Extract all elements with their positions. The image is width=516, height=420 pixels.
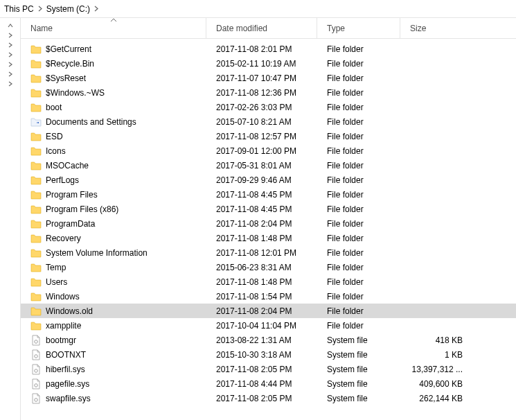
file-list: Name Date modified Type Size $GetCurrent… (21, 18, 516, 420)
tree-collapse-gutter[interactable] (0, 18, 21, 420)
file-date: 2017-11-08 2:05 PM (206, 365, 317, 374)
file-date: 2017-11-08 2:05 PM (206, 394, 317, 403)
table-row[interactable]: Windows.old2017-11-08 2:04 PMFile folder (21, 304, 516, 318)
chevron-right-icon[interactable] (8, 61, 13, 67)
file-name: hiberfil.sys (46, 365, 85, 374)
file-type: File folder (317, 219, 400, 229)
file-name: Windows (46, 292, 80, 301)
file-date: 2013-08-22 1:31 AM (206, 335, 317, 345)
breadcrumb-item[interactable]: This PC (4, 4, 34, 14)
file-date: 2017-11-08 2:01 PM (206, 44, 317, 54)
file-type: File folder (317, 146, 400, 156)
file-date: 2017-11-08 12:01 PM (206, 248, 317, 258)
file-type: File folder (317, 175, 400, 185)
chevron-right-icon[interactable] (8, 51, 13, 57)
file-type: System file (317, 335, 400, 345)
table-row[interactable]: MSOCache2017-05-31 8:01 AMFile folder (21, 158, 516, 173)
table-row[interactable]: $SysReset2017-11-07 10:47 PMFile folder (21, 71, 516, 85)
folder-icon (30, 87, 42, 98)
table-row[interactable]: Program Files (x86)2017-11-08 4:45 PMFil… (21, 202, 516, 216)
file-type: File folder (317, 44, 400, 54)
file-date: 2017-11-08 2:04 PM (206, 219, 317, 229)
table-row[interactable]: Recovery2017-11-08 1:48 PMFile folder (21, 231, 516, 245)
folder-icon (30, 146, 42, 157)
table-row[interactable]: $Recycle.Bin2015-02-11 10:19 AMFile fold… (21, 56, 516, 71)
table-row[interactable]: $Windows.~WS2017-11-08 12:36 PMFile fold… (21, 85, 516, 100)
table-row[interactable]: BOOTNXT2015-10-30 3:18 AMSystem file1 KB (21, 347, 516, 362)
file-date: 2017-10-04 11:04 PM (206, 321, 317, 331)
file-size: 409,600 KB (400, 379, 470, 389)
file-date: 2017-11-08 4:45 PM (206, 204, 317, 214)
column-label: Date modified (216, 24, 267, 33)
file-date: 2015-07-10 8:21 AM (206, 117, 317, 127)
column-header-type[interactable]: Type (317, 18, 400, 38)
file-name: xampplite (46, 321, 81, 331)
table-row[interactable]: swapfile.sys2017-11-08 2:05 PMSystem fil… (21, 391, 516, 405)
column-header-date[interactable]: Date modified (206, 18, 317, 38)
file-name: pagefile.sys (46, 379, 89, 389)
folder-icon (30, 262, 42, 273)
table-row[interactable]: Program Files2017-11-08 4:45 PMFile fold… (21, 187, 516, 202)
table-row[interactable]: bootmgr2013-08-22 1:31 AMSystem file418 … (21, 333, 516, 347)
table-row[interactable]: Temp2015-06-23 8:31 AMFile folder (21, 260, 516, 274)
chevron-right-icon[interactable] (8, 32, 13, 37)
file-type: File folder (317, 292, 400, 301)
file-date: 2015-02-11 10:19 AM (206, 59, 317, 69)
file-type: File folder (317, 263, 400, 272)
chevron-right-icon[interactable] (8, 71, 13, 76)
file-name: ProgramData (46, 219, 95, 229)
breadcrumb-item[interactable]: System (C:) (46, 4, 90, 14)
table-row[interactable]: ESD2017-11-08 12:57 PMFile folder (21, 129, 516, 143)
column-header-name[interactable]: Name (21, 18, 206, 38)
table-row[interactable]: pagefile.sys2017-11-08 4:44 PMSystem fil… (21, 376, 516, 391)
file-size: 262,144 KB (400, 394, 470, 403)
table-row[interactable]: xampplite2017-10-04 11:04 PMFile folder (21, 318, 516, 333)
folder-icon (30, 247, 42, 259)
file-name: Recovery (46, 234, 81, 243)
table-row[interactable]: PerfLogs2017-09-29 9:46 AMFile folder (21, 173, 516, 187)
file-type: File folder (317, 161, 400, 170)
table-row[interactable]: Icons2017-09-01 12:00 PMFile folder (21, 143, 516, 158)
folder-icon (30, 73, 42, 84)
table-row[interactable]: ProgramData2017-11-08 2:04 PMFile folder (21, 216, 516, 231)
folder-icon (30, 131, 42, 142)
chevron-right-icon[interactable] (8, 42, 13, 47)
file-type: File folder (317, 204, 400, 214)
breadcrumb[interactable]: This PC System (C:) (0, 0, 516, 18)
folder-icon (30, 102, 42, 113)
folder-icon (30, 160, 42, 171)
column-headers: Name Date modified Type Size (21, 18, 516, 39)
folder-icon (30, 189, 42, 200)
file-name: MSOCache (46, 161, 89, 170)
table-row[interactable]: Users2017-11-08 1:48 PMFile folder (21, 274, 516, 289)
file-name: ESD (46, 132, 63, 141)
file-type: File folder (317, 234, 400, 243)
table-row[interactable]: Documents and Settings2015-07-10 8:21 AM… (21, 114, 516, 129)
file-name: $SysReset (46, 73, 86, 83)
file-date: 2015-06-23 8:31 AM (206, 263, 317, 272)
file-name: boot (46, 103, 62, 112)
chevron-up-icon[interactable] (8, 22, 13, 28)
folder-icon (30, 204, 42, 215)
column-label: Type (327, 24, 345, 33)
column-header-size[interactable]: Size (400, 18, 470, 38)
system-file-icon (30, 364, 42, 375)
table-row[interactable]: Windows2017-11-08 1:54 PMFile folder (21, 289, 516, 304)
table-row[interactable]: $GetCurrent2017-11-08 2:01 PMFile folder (21, 42, 516, 56)
file-type: File folder (317, 103, 400, 112)
table-row[interactable]: System Volume Information2017-11-08 12:0… (21, 245, 516, 260)
folder-icon (30, 277, 42, 288)
folder-icon (30, 44, 42, 55)
chevron-right-icon[interactable] (8, 80, 13, 86)
table-row[interactable]: hiberfil.sys2017-11-08 2:05 PMSystem fil… (21, 362, 516, 376)
system-file-icon (30, 335, 42, 346)
file-type: File folder (317, 73, 400, 83)
file-name: Windows.old (46, 306, 93, 316)
folder-icon (30, 306, 42, 317)
table-row[interactable]: boot2017-02-26 3:03 PMFile folder (21, 100, 516, 114)
file-type: File folder (317, 117, 400, 127)
folder-shortcut-icon (30, 116, 42, 128)
file-name: Icons (46, 146, 66, 156)
file-name: bootmgr (46, 335, 76, 345)
folder-icon (30, 175, 42, 186)
